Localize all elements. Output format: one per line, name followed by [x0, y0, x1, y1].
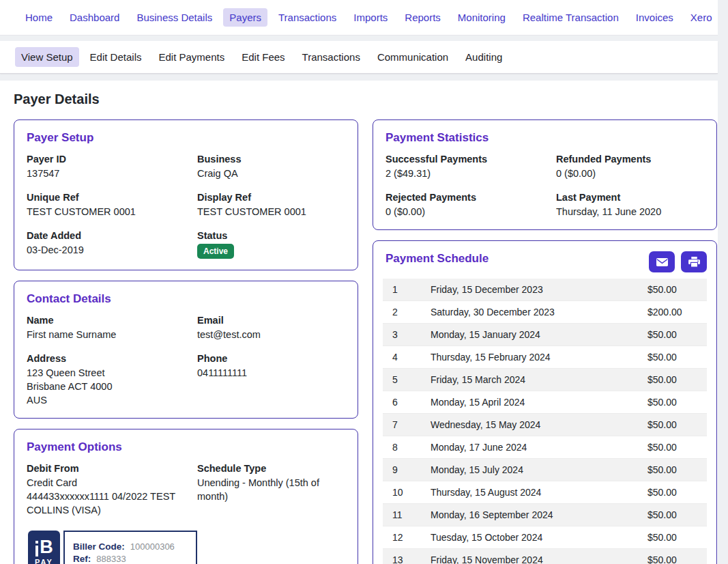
- field-label: Unique Ref: [27, 192, 197, 203]
- subnav-item-communication[interactable]: Communication: [371, 47, 454, 67]
- schedule-row: 2Saturday, 30 December 2023$200.00: [383, 301, 707, 324]
- schedule-row-num: 13: [383, 549, 426, 564]
- field-debit-from: Debit From Credit Card 444433xxxxxx1111 …: [27, 463, 197, 517]
- payment-schedule-title: Payment Schedule: [385, 252, 489, 266]
- biller-code-label: Biller Code:: [73, 541, 125, 552]
- bpay-b-letter: B: [40, 538, 53, 556]
- payer-sub-navigation: View SetupEdit DetailsEdit PaymentsEdit …: [0, 41, 718, 74]
- payer-setup-fields: Payer ID 137547 Business Craig QA Unique…: [27, 154, 345, 259]
- field-value: 0411111111: [197, 366, 345, 380]
- topnav-item-invoices[interactable]: Invoices: [630, 8, 680, 27]
- schedule-row-amount: $50.00: [647, 279, 707, 301]
- field-value: 03-Dec-2019: [27, 243, 197, 257]
- topnav-item-dashboard[interactable]: Dashboard: [63, 8, 126, 27]
- schedule-row: 5Friday, 15 March 2024$50.00: [383, 369, 707, 391]
- field-value: Craig QA: [197, 167, 345, 180]
- schedule-row: 4Thursday, 15 February 2024$50.00: [383, 346, 707, 369]
- main-content: Payer Details Payer Setup Payer ID 13754…: [0, 81, 718, 564]
- payment-statistics-title: Payment Statistics: [385, 131, 704, 145]
- topnav-item-home[interactable]: Home: [19, 8, 59, 27]
- schedule-row-date: Friday, 15 March 2024: [426, 369, 647, 391]
- schedule-row-date: Friday, 15 November 2024: [426, 549, 647, 564]
- bpay-biller-box: Biller Code: 100000306 Ref: 888333: [63, 531, 197, 564]
- schedule-row-date: Tuesday, 15 October 2024: [426, 526, 647, 549]
- topnav-item-payers[interactable]: Payers: [223, 8, 267, 27]
- schedule-row: 1Friday, 15 December 2023$50.00: [383, 279, 707, 301]
- field-value: Unending - Monthly (15th of month): [197, 476, 345, 503]
- field-refunded-payments: Refunded Payments 0 ($0.00): [556, 154, 704, 180]
- field-schedule-type: Schedule Type Unending - Monthly (15th o…: [197, 463, 345, 517]
- payment-schedule-actions: [649, 251, 707, 272]
- topnav-item-realtime-transaction[interactable]: Realtime Transaction: [516, 8, 625, 27]
- contact-details-fields: Name First name Surname Email test@test.…: [27, 315, 345, 407]
- subnav-item-view-setup[interactable]: View Setup: [15, 47, 79, 67]
- topnav-item-monitoring[interactable]: Monitoring: [452, 8, 512, 27]
- bpay-pay-text: PAY: [35, 558, 53, 564]
- field-unique-ref: Unique Ref TEST CUSTOMER 0001: [27, 192, 197, 218]
- schedule-row: 12Tuesday, 15 October 2024$50.00: [383, 526, 707, 549]
- schedule-row: 10Thursday, 15 August 2024$50.00: [383, 481, 707, 504]
- field-value: 0 ($0.00): [556, 167, 704, 180]
- schedule-row-num: 9: [383, 459, 426, 481]
- schedule-row-num: 7: [383, 414, 426, 436]
- schedule-row-date: Monday, 15 January 2024: [426, 324, 647, 346]
- schedule-row-num: 6: [383, 391, 426, 414]
- left-column: Payer Setup Payer ID 137547 Business Cra…: [14, 119, 358, 564]
- field-value: 123 Queen Street Brisbane ACT 4000 AUS: [27, 366, 197, 407]
- field-label: Successful Payments: [385, 154, 556, 165]
- payment-options-title: Payment Options: [27, 440, 345, 454]
- page: HomeDashboardBusiness DetailsPayersTrans…: [0, 0, 718, 564]
- schedule-row-amount: $50.00: [647, 549, 707, 564]
- bpay-ref-label: Ref:: [73, 554, 91, 564]
- print-schedule-button[interactable]: [681, 251, 707, 272]
- schedule-row-num: 11: [383, 504, 426, 526]
- field-label: Schedule Type: [197, 463, 345, 474]
- subnav-item-edit-details[interactable]: Edit Details: [84, 47, 148, 67]
- schedule-row-date: Wednesday, 15 May 2024: [426, 414, 647, 436]
- schedule-row: 8Monday, 17 June 2024$50.00: [383, 436, 707, 459]
- payment-options-fields: Debit From Credit Card 444433xxxxxx1111 …: [27, 463, 345, 517]
- topnav-item-imports[interactable]: Imports: [347, 8, 394, 27]
- schedule-row-amount: $50.00: [647, 481, 707, 504]
- subnav-item-transactions[interactable]: Transactions: [296, 47, 366, 67]
- schedule-row-amount: $200.00: [647, 301, 707, 324]
- contact-details-title: Contact Details: [27, 292, 345, 306]
- field-label: Email: [197, 315, 345, 326]
- printer-icon: [688, 257, 700, 268]
- payment-statistics-card: Payment Statistics Successful Payments 2…: [373, 119, 717, 230]
- schedule-row-date: Monday, 15 April 2024: [426, 391, 647, 414]
- field-value: 0 ($0.00): [385, 205, 556, 218]
- field-value: 2 ($49.31): [385, 167, 556, 180]
- field-label: Last Payment: [556, 192, 704, 203]
- schedule-row-amount: $50.00: [647, 346, 707, 369]
- topnav-item-xero[interactable]: Xero: [684, 8, 718, 27]
- subnav-item-auditing[interactable]: Auditing: [459, 47, 508, 67]
- field-label: Payer ID: [27, 154, 197, 165]
- envelope-icon: [656, 257, 668, 267]
- email-schedule-button[interactable]: [649, 251, 675, 272]
- status-badge: Active: [197, 244, 234, 259]
- schedule-row: 7Wednesday, 15 May 2024$50.00: [383, 414, 707, 436]
- field-value: TEST CUSTOMER 0001: [197, 205, 345, 218]
- subnav-item-edit-fees[interactable]: Edit Fees: [235, 47, 291, 67]
- topnav-item-transactions[interactable]: Transactions: [272, 8, 343, 27]
- right-column: Payment Statistics Successful Payments 2…: [373, 119, 717, 564]
- subnav-item-edit-payments[interactable]: Edit Payments: [152, 47, 231, 67]
- schedule-row: 9Monday, 15 July 2024$50.00: [383, 459, 707, 481]
- schedule-row-date: Saturday, 30 December 2023: [426, 301, 647, 324]
- field-payer-id: Payer ID 137547: [27, 154, 197, 180]
- field-value: 137547: [27, 167, 197, 180]
- payment-statistics-fields: Successful Payments 2 ($49.31) Refunded …: [385, 154, 704, 218]
- field-label: Name: [27, 315, 197, 326]
- field-successful-payments: Successful Payments 2 ($49.31): [385, 154, 556, 180]
- payer-setup-title: Payer Setup: [27, 131, 345, 145]
- page-title: Payer Details: [14, 91, 718, 107]
- schedule-row-num: 8: [383, 436, 426, 459]
- payer-setup-card: Payer Setup Payer ID 137547 Business Cra…: [14, 119, 358, 270]
- topnav-item-business-details[interactable]: Business Details: [130, 8, 218, 27]
- payment-options-card: Payment Options Debit From Credit Card 4…: [14, 429, 358, 564]
- schedule-row: 13Friday, 15 November 2024$50.00: [383, 549, 707, 564]
- field-date-added: Date Added 03-Dec-2019: [27, 230, 197, 259]
- schedule-row: 3Monday, 15 January 2024$50.00: [383, 324, 707, 346]
- topnav-item-reports[interactable]: Reports: [398, 8, 447, 27]
